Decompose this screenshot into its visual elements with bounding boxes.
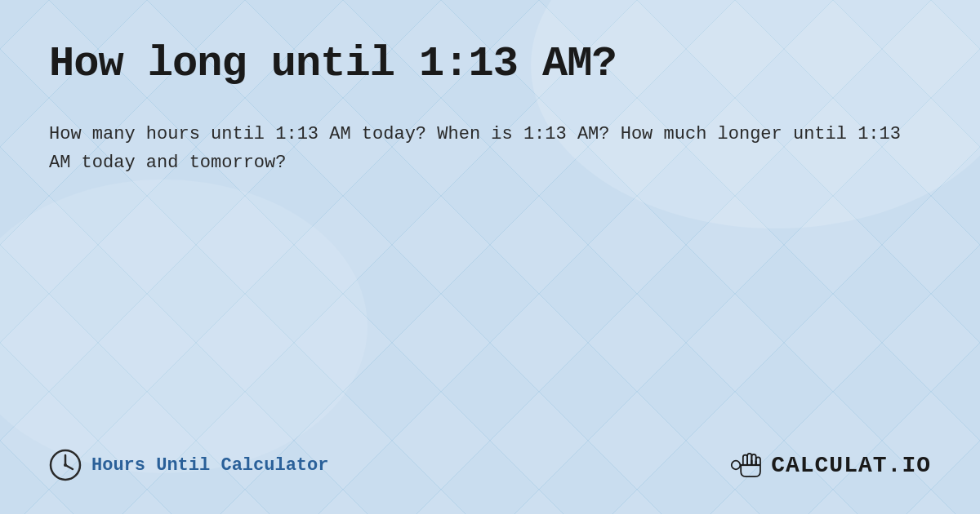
calculat-brand-text: CALCULAT.IO [771,453,931,478]
hours-until-calculator-label: Hours Until Calculator [91,455,328,476]
page-title: How long until 1:13 AM? [49,41,931,87]
svg-point-10 [64,463,67,467]
brand-right: CALCULAT.IO [730,450,931,480]
calculator-icon [730,450,766,480]
svg-point-11 [732,461,741,470]
calculat-logo: CALCULAT.IO [730,450,931,480]
clock-icon [49,449,82,481]
brand-left: Hours Until Calculator [49,449,328,481]
footer: Hours Until Calculator CALCULAT.IO [49,432,931,481]
page-description: How many hours until 1:13 AM today? When… [49,120,931,177]
